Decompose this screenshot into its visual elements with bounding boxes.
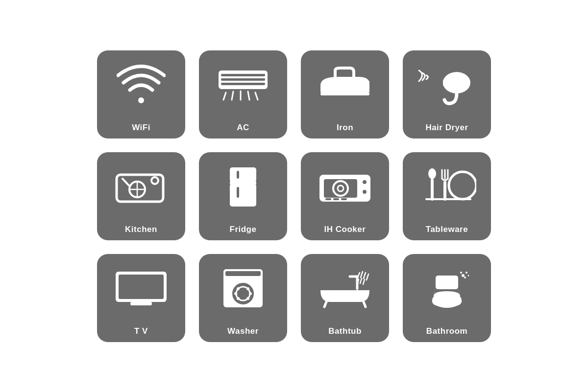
svg-line-57 [324, 302, 326, 307]
svg-rect-21 [230, 181, 256, 184]
kitchen-icon [97, 152, 185, 222]
svg-line-64 [367, 274, 368, 280]
tile-ih-cooker[interactable]: IH Cooker [301, 152, 389, 240]
tableware-label: Tableware [426, 225, 468, 240]
svg-rect-33 [341, 198, 347, 200]
svg-point-34 [428, 168, 436, 179]
svg-point-51 [237, 287, 240, 290]
washer-label: Washer [227, 326, 259, 342]
tile-tv[interactable]: T V [97, 254, 185, 342]
svg-rect-20 [230, 184, 256, 207]
wifi-label: WiFi [132, 123, 150, 138]
svg-rect-23 [237, 187, 239, 198]
svg-point-40 [449, 172, 476, 199]
bathroom-icon [403, 254, 491, 323]
tv-label: T V [134, 326, 148, 342]
svg-rect-31 [325, 198, 331, 200]
svg-rect-4 [221, 83, 265, 85]
ac-icon [199, 50, 287, 120]
svg-line-66 [360, 278, 362, 283]
svg-rect-32 [333, 198, 339, 200]
svg-point-55 [234, 292, 237, 295]
svg-line-62 [361, 272, 363, 277]
svg-line-63 [364, 273, 366, 278]
svg-point-29 [362, 189, 367, 194]
wifi-icon [97, 50, 185, 120]
svg-line-61 [358, 273, 360, 277]
svg-rect-69 [436, 276, 458, 289]
fridge-label: Fridge [230, 225, 257, 240]
tile-ac[interactable]: AC [199, 50, 287, 138]
bathtub-icon [301, 254, 389, 323]
iron-label: Iron [337, 123, 353, 138]
svg-rect-48 [225, 271, 261, 276]
svg-line-67 [363, 279, 365, 284]
svg-point-28 [362, 180, 367, 184]
ac-label: AC [237, 123, 249, 138]
ih-cooker-icon [301, 152, 389, 222]
svg-point-70 [462, 274, 465, 277]
iron-icon [301, 50, 389, 120]
svg-point-54 [246, 297, 249, 300]
tile-washer[interactable]: Washer [199, 254, 287, 342]
tableware-icon [403, 152, 491, 222]
svg-rect-35 [431, 179, 434, 201]
svg-line-8 [248, 92, 249, 100]
amenities-grid: WiFi AC [97, 50, 491, 342]
svg-line-6 [232, 92, 233, 100]
hair-dryer-label: Hair Dryer [425, 123, 468, 138]
svg-point-0 [138, 97, 144, 103]
svg-rect-39 [443, 181, 446, 201]
svg-rect-19 [230, 167, 256, 182]
svg-rect-45 [138, 300, 145, 304]
svg-rect-10 [320, 92, 369, 95]
hair-dryer-icon [403, 50, 491, 120]
svg-rect-22 [237, 171, 239, 179]
svg-point-74 [460, 272, 462, 274]
svg-line-9 [255, 92, 258, 100]
ih-cooker-label: IH Cooker [324, 225, 366, 240]
svg-point-72 [464, 277, 466, 278]
svg-point-52 [246, 287, 249, 290]
tile-kitchen[interactable]: Kitchen [97, 152, 185, 240]
svg-rect-12 [443, 79, 452, 86]
svg-point-71 [466, 272, 467, 274]
tile-wifi[interactable]: WiFi [97, 50, 185, 138]
tile-hair-dryer[interactable]: Hair Dryer [403, 50, 491, 138]
svg-rect-3 [221, 78, 265, 81]
bathroom-label: Bathroom [426, 326, 467, 342]
svg-point-73 [468, 275, 469, 276]
svg-point-14 [151, 177, 158, 184]
tile-iron[interactable]: Iron [301, 50, 389, 138]
kitchen-label: Kitchen [125, 225, 157, 240]
tile-fridge[interactable]: Fridge [199, 152, 287, 240]
tile-tableware[interactable]: Tableware [403, 152, 491, 240]
washer-icon [199, 254, 287, 323]
tile-bathtub[interactable]: Bathtub [301, 254, 389, 342]
fridge-icon [199, 152, 287, 222]
svg-point-56 [249, 292, 252, 295]
svg-line-5 [223, 92, 226, 100]
tile-bathroom[interactable]: Bathroom [403, 254, 491, 342]
svg-rect-2 [221, 74, 265, 76]
svg-rect-43 [119, 275, 164, 299]
svg-line-18 [122, 179, 129, 185]
svg-point-53 [237, 297, 240, 300]
svg-line-58 [364, 302, 366, 307]
bathtub-label: Bathtub [328, 326, 362, 342]
tv-icon [97, 254, 185, 323]
